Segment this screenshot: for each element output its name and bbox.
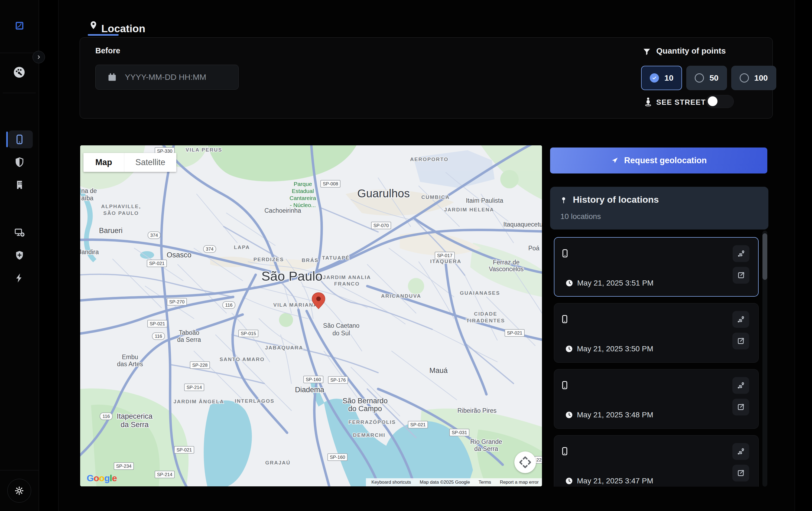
smartphone-icon xyxy=(560,378,569,392)
date-input-wrap[interactable] xyxy=(95,65,239,90)
svg-text:SP-021: SP-021 xyxy=(150,321,165,326)
report-map-error-link[interactable]: Report a map error xyxy=(500,480,539,485)
request-geolocation-button[interactable]: Request geolocation xyxy=(550,148,767,174)
svg-text:Poá: Poá xyxy=(528,245,540,252)
map-pan-control[interactable] xyxy=(514,451,536,473)
show-route-button[interactable] xyxy=(732,443,749,460)
svg-text:JARDIM HELENA: JARDIM HELENA xyxy=(444,207,494,212)
chevron-right-icon xyxy=(36,54,41,60)
svg-text:GRAJAÚ: GRAJAÚ xyxy=(265,460,290,465)
route-icon xyxy=(736,381,745,390)
location-card[interactable]: May 21, 2025 3:51 PM xyxy=(554,237,759,297)
main-content: Location Before Quantity of points 10501… xyxy=(58,0,795,511)
svg-text:Osasco: Osasco xyxy=(167,251,192,259)
svg-text:SP-160: SP-160 xyxy=(330,455,345,460)
radio-unchecked-icon xyxy=(695,73,704,83)
radio-unchecked-icon xyxy=(740,73,749,83)
svg-text:INTERLAGOS: INTERLAGOS xyxy=(235,398,274,404)
app-window: Location Before Quantity of points 10501… xyxy=(0,0,812,511)
sidebar-expand-button[interactable] xyxy=(32,51,45,63)
see-street-label: SEE STREET xyxy=(656,98,706,107)
before-date-input[interactable] xyxy=(124,65,238,90)
terms-link[interactable]: Terms xyxy=(478,480,491,485)
svg-text:Itaquaquecetuba: Itaquaquecetuba xyxy=(503,221,542,228)
sidebar xyxy=(0,0,39,511)
sidebar-item-quick-actions[interactable] xyxy=(0,267,39,289)
open-external-button[interactable] xyxy=(733,267,749,284)
show-route-button[interactable] xyxy=(732,311,749,328)
quantity-option-100[interactable]: 100 xyxy=(731,66,776,90)
scrollbar-thumb[interactable] xyxy=(762,233,767,280)
quantity-option-10[interactable]: 10 xyxy=(641,66,682,90)
keyboard-shortcuts-link[interactable]: Keyboard shortcuts xyxy=(371,480,411,485)
external-link-icon xyxy=(736,337,745,345)
sidebar-item-security[interactable] xyxy=(0,151,39,174)
svg-text:SP-008: SP-008 xyxy=(323,181,338,186)
open-external-button[interactable] xyxy=(732,333,749,350)
svg-text:AEROPORTO: AEROPORTO xyxy=(410,156,448,162)
svg-text:VILA PERUS: VILA PERUS xyxy=(185,147,222,153)
street-view-pegman-icon xyxy=(643,95,653,108)
map-canvas[interactable]: SP-330SP-008SP-070374374SP-021SP-017SP-2… xyxy=(80,145,542,486)
location-card[interactable]: May 21, 2025 3:48 PM xyxy=(554,369,759,429)
svg-text:22: 22 xyxy=(536,457,542,462)
app-logo-icon[interactable] xyxy=(15,21,24,30)
svg-text:SANTO AMARO: SANTO AMARO xyxy=(220,357,265,362)
map-type-satellite-button[interactable]: Satellite xyxy=(124,153,176,172)
svg-text:SP-021: SP-021 xyxy=(507,330,522,336)
svg-text:374: 374 xyxy=(150,233,158,238)
sidebar-divider xyxy=(0,470,39,471)
timestamp: May 21, 2025 3:51 PM xyxy=(577,279,654,288)
svg-text:SP-021: SP-021 xyxy=(149,261,165,266)
card-footer: May 21, 2025 3:48 PM xyxy=(565,411,653,419)
history-panel-header: History of locations 10 locations xyxy=(550,187,768,230)
building-icon xyxy=(14,179,25,190)
show-route-button[interactable] xyxy=(732,377,749,394)
quantity-option-50[interactable]: 50 xyxy=(686,66,727,90)
svg-text:VILA MARIANA: VILA MARIANA xyxy=(273,302,318,308)
dashboard-gauge-icon[interactable] xyxy=(13,66,26,79)
timestamp: May 21, 2025 3:47 PM xyxy=(577,477,653,485)
svg-text:DEMARCHI: DEMARCHI xyxy=(353,432,385,438)
sidebar-item-add-policy[interactable] xyxy=(0,244,39,267)
smartphone-icon xyxy=(560,246,570,260)
svg-text:SP-021: SP-021 xyxy=(410,422,426,427)
theme-toggle-button[interactable] xyxy=(7,479,31,503)
filter-funnel-icon xyxy=(642,48,651,56)
history-list[interactable]: May 21, 2025 3:51 PM May 21, 2025 3:50 P… xyxy=(550,231,772,487)
clock-icon xyxy=(565,411,573,419)
svg-text:Cachoeirinha: Cachoeirinha xyxy=(264,207,301,214)
sidebar-item-device-location[interactable] xyxy=(0,128,39,151)
map-type-map-button[interactable]: Map xyxy=(83,153,124,172)
location-card[interactable]: May 21, 2025 3:47 PM xyxy=(554,435,759,487)
svg-text:TATUAPÉ: TATUAPÉ xyxy=(322,255,350,261)
page-title: Location xyxy=(101,23,145,35)
device-add-icon xyxy=(14,227,25,238)
map-type-control: Map Satellite xyxy=(83,153,176,172)
clock-icon xyxy=(565,345,573,353)
google-logo[interactable]: Google xyxy=(87,473,117,483)
bolt-icon xyxy=(14,273,25,283)
svg-text:Rio Grandeda Serra: Rio Grandeda Serra xyxy=(470,438,502,452)
svg-text:São Paulo: São Paulo xyxy=(261,269,323,283)
location-card[interactable]: May 21, 2025 3:50 PM xyxy=(554,303,759,363)
svg-text:Guarulhos: Guarulhos xyxy=(357,187,410,200)
svg-text:FERRAZÓPOLIS: FERRAZÓPOLIS xyxy=(348,419,396,425)
history-count: 10 locations xyxy=(560,212,601,221)
open-external-button[interactable] xyxy=(732,399,749,416)
svg-text:116: 116 xyxy=(103,414,110,419)
sidebar-item-add-device[interactable] xyxy=(0,221,39,244)
svg-text:CUMBICA: CUMBICA xyxy=(421,194,450,200)
card-footer: May 21, 2025 3:50 PM xyxy=(565,344,653,353)
sidebar-item-organization[interactable] xyxy=(0,174,39,196)
quantity-option-label: 10 xyxy=(664,73,673,83)
svg-text:Mauá: Mauá xyxy=(429,366,448,374)
show-route-button[interactable] xyxy=(733,245,749,262)
google-map[interactable]: SP-330SP-008SP-070374374SP-021SP-017SP-2… xyxy=(80,145,542,486)
before-label: Before xyxy=(95,46,120,55)
open-external-button[interactable] xyxy=(732,465,749,481)
see-street-toggle[interactable] xyxy=(706,95,734,108)
svg-text:374: 374 xyxy=(206,247,213,252)
svg-text:PERDIZES: PERDIZES xyxy=(254,257,284,262)
svg-text:SP-228: SP-228 xyxy=(192,363,208,368)
